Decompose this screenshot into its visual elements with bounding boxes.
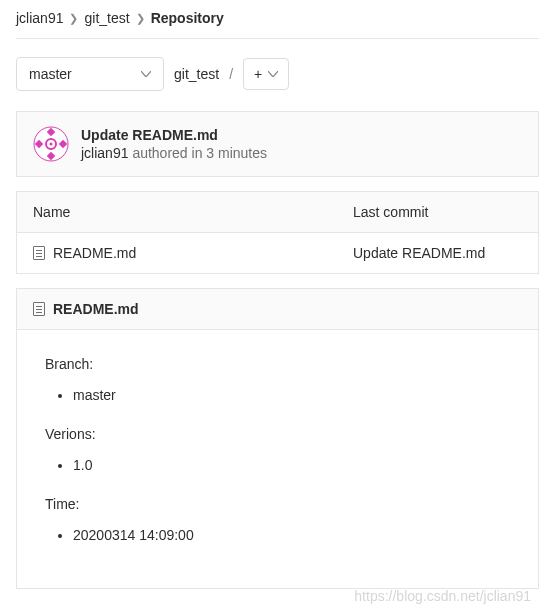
svg-point-6: [50, 143, 53, 146]
list-item: master: [73, 385, 510, 406]
commit-title[interactable]: Update README.md: [81, 127, 267, 143]
col-name: Name: [33, 204, 353, 220]
file-name-cell: README.md: [33, 245, 353, 261]
last-commit-panel: Update README.md jclian91 authored in 3 …: [16, 111, 539, 177]
chevron-down-icon: [141, 71, 151, 77]
readme-body: Branch: master Verions: 1.0 Time: 202003…: [17, 330, 538, 588]
add-button[interactable]: +: [243, 58, 289, 90]
file-name: README.md: [53, 245, 136, 261]
commit-authored-text: authored in 3 minutes: [132, 145, 267, 161]
readme-label: Branch:: [45, 354, 510, 375]
readme-label: Time:: [45, 494, 510, 515]
table-row[interactable]: README.md Update README.md: [17, 232, 538, 273]
chevron-down-icon: [268, 71, 278, 77]
readme-header: README.md: [17, 289, 538, 330]
branch-name: master: [29, 66, 72, 82]
table-header: Name Last commit: [17, 191, 538, 232]
breadcrumb-current: Repository: [151, 10, 224, 26]
col-last-commit: Last commit: [353, 204, 522, 220]
path-separator: /: [229, 66, 233, 82]
plus-icon: +: [254, 67, 262, 81]
list-item: 20200314 14:09:00: [73, 525, 510, 546]
watermark: https://blog.csdn.net/jclian91: [354, 588, 531, 603]
commit-info: Update README.md jclian91 authored in 3 …: [81, 127, 267, 161]
readme-filename: README.md: [53, 301, 139, 317]
repo-toolbar: master git_test / +: [16, 57, 539, 91]
breadcrumb-owner[interactable]: jclian91: [16, 10, 63, 26]
commit-author[interactable]: jclian91: [81, 145, 128, 161]
chevron-right-icon: ❯: [69, 12, 78, 25]
avatar: [33, 126, 69, 162]
list-item: 1.0: [73, 455, 510, 476]
file-table: Name Last commit README.md Update README…: [16, 191, 539, 274]
readme-label: Verions:: [45, 424, 510, 445]
readme-card: README.md Branch: master Verions: 1.0 Ti…: [16, 288, 539, 589]
branch-selector[interactable]: master: [16, 57, 164, 91]
commit-meta: jclian91 authored in 3 minutes: [81, 145, 267, 161]
file-icon: [33, 302, 45, 316]
chevron-right-icon: ❯: [136, 12, 145, 25]
file-icon: [33, 246, 45, 260]
breadcrumb: jclian91 ❯ git_test ❯ Repository: [16, 10, 539, 39]
path-segment[interactable]: git_test: [174, 66, 219, 82]
file-last-commit: Update README.md: [353, 245, 522, 261]
breadcrumb-repo[interactable]: git_test: [84, 10, 129, 26]
